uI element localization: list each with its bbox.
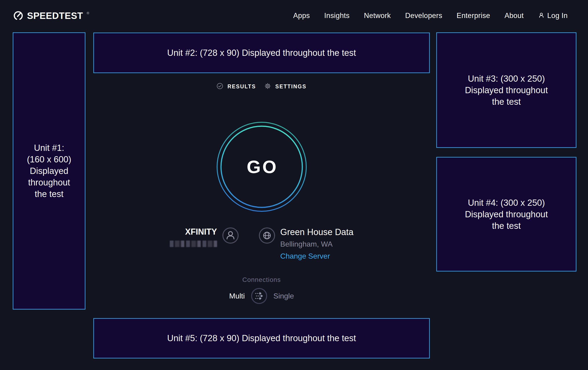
ad-unit-1-line: Unit #1:	[34, 142, 64, 154]
ad-unit-1[interactable]: Unit #1: (160 x 600) Displayed throughou…	[13, 32, 85, 310]
ad-unit-2-text: Unit #2: (728 x 90) Displayed throughout…	[167, 48, 356, 58]
ad-unit-1-line: throughout	[28, 177, 70, 188]
gear-icon	[264, 83, 271, 90]
server-name: Green House Data	[280, 227, 354, 237]
change-server-link[interactable]: Change Server	[280, 252, 354, 260]
ad-unit-1-line: Displayed	[30, 165, 68, 177]
isp-person-icon	[222, 227, 239, 244]
check-circle-icon	[217, 83, 223, 90]
ad-unit-4-line: the test	[492, 220, 521, 232]
ad-unit-3-line: the test	[492, 96, 521, 108]
user-icon	[538, 12, 545, 20]
nav-item-developers[interactable]: Developers	[405, 11, 442, 20]
ad-unit-3-line: Displayed throughout	[465, 84, 548, 96]
server-info: Green House Data Bellingham, WA Change S…	[280, 227, 354, 260]
brand-name: SPEEDTEST	[27, 11, 83, 21]
provider-server-row: XFINITY █████████ Green House Data Belli…	[93, 227, 430, 260]
ad-unit-4-line: Unit #4: (300 x 250)	[468, 197, 545, 209]
isp-info: XFINITY █████████	[170, 227, 217, 248]
tab-results-label: RESULTS	[228, 83, 256, 90]
speedtest-logo[interactable]: SPEEDTEST ®	[13, 10, 89, 22]
server-location: Bellingham, WA	[280, 240, 354, 249]
globe-icon	[259, 227, 275, 244]
brand-trademark: ®	[87, 11, 89, 15]
ad-unit-5[interactable]: Unit #5: (728 x 90) Displayed throughout…	[93, 318, 430, 359]
nav-item-enterprise[interactable]: Enterprise	[457, 11, 490, 20]
nav-item-about[interactable]: About	[504, 11, 524, 20]
nav-item-network[interactable]: Network	[364, 11, 391, 20]
login-button[interactable]: Log In	[538, 11, 568, 20]
ad-unit-4[interactable]: Unit #4: (300 x 250) Displayed throughou…	[436, 157, 577, 271]
top-nav-bar: SPEEDTEST ® Apps Insights Network Develo…	[0, 0, 588, 31]
connections-single-option[interactable]: Single	[273, 292, 294, 300]
redacted-ip-text: █████████	[170, 240, 217, 247]
connections-multi-option[interactable]: Multi	[229, 292, 245, 300]
nav-item-insights[interactable]: Insights	[324, 11, 350, 20]
tab-results[interactable]: RESULTS	[217, 83, 256, 90]
main-content: Unit #2: (728 x 90) Displayed throughout…	[93, 32, 430, 370]
ad-unit-4-line: Displayed throughout	[465, 209, 548, 220]
main-nav: Apps Insights Network Developers Enterpr…	[293, 11, 568, 20]
tabs-row: RESULTS SETTINGS	[93, 83, 430, 90]
multi-connections-arrows-icon[interactable]	[251, 288, 267, 304]
ad-unit-5-text: Unit #5: (728 x 90) Displayed throughout…	[167, 333, 356, 343]
login-label: Log In	[547, 11, 568, 20]
isp-name: XFINITY	[170, 227, 217, 237]
go-button-label: GO	[216, 121, 307, 212]
tab-settings-label: SETTINGS	[275, 83, 306, 90]
connections-label: Connections	[93, 276, 430, 283]
go-button[interactable]: GO	[216, 121, 307, 212]
ad-unit-3-line: Unit #3: (300 x 250)	[468, 73, 545, 84]
ad-unit-3[interactable]: Unit #3: (300 x 250) Displayed throughou…	[436, 32, 577, 148]
nav-item-apps[interactable]: Apps	[293, 11, 310, 20]
ad-unit-1-line: the test	[35, 188, 63, 200]
tab-settings[interactable]: SETTINGS	[264, 83, 306, 90]
speedtest-gauge-icon	[13, 10, 24, 22]
ad-unit-2[interactable]: Unit #2: (728 x 90) Displayed throughout…	[93, 32, 430, 73]
ad-unit-1-line: (160 x 600)	[27, 154, 71, 165]
connections-toggle: Multi Single	[93, 288, 430, 304]
